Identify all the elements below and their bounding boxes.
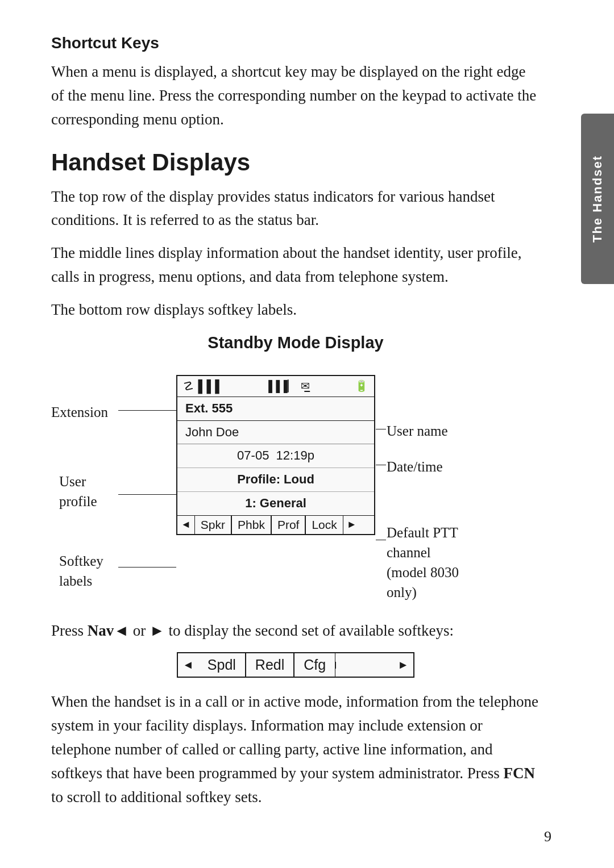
device-display-box: ☡▐▐▐ ▐▐▐▏ ✉̲ 🔋 Ext. 555 John Doe	[176, 375, 375, 535]
second-softkeys-container: ◄ Spdl Redl Cfg ►	[51, 652, 540, 678]
battery-icon: 🔋	[355, 379, 368, 393]
ann-extension: Extension	[51, 404, 108, 420]
softkey-phbk: Phbk	[231, 516, 271, 534]
ann-user-name-line	[376, 429, 386, 430]
channel-value: 1: General	[245, 496, 306, 510]
shortcut-keys-body: When a menu is displayed, a shortcut key…	[51, 60, 540, 132]
fcn-bold: FCN	[504, 765, 536, 782]
softkey-left-arrow: ◄	[177, 516, 194, 533]
nav-bold1: Nav◄	[88, 622, 129, 639]
profile-row: Profile: Loud	[177, 468, 374, 492]
shortcut-keys-heading: Shortcut Keys	[51, 34, 540, 52]
handset-displays-para2: The middle lines display information abo…	[51, 241, 540, 289]
sk2-empty	[335, 662, 393, 669]
sk2-spdl: Spdl	[198, 653, 246, 677]
datetime-display: 07-05 12:19p	[237, 448, 314, 462]
ann-default-ptt: Default PTTchannel(model 8030only)	[387, 523, 459, 602]
side-tab-label: The Handset	[590, 155, 605, 243]
ann-softkey-labels-line	[118, 567, 176, 568]
standby-display-section: Standby Mode Display ☡▐▐▐ ▐▐▐▏ ✉̲ 🔋 Ext.…	[51, 333, 540, 602]
standby-diagram: ☡▐▐▐ ▐▐▐▏ ✉̲ 🔋 Ext. 555 John Doe	[51, 364, 574, 602]
softkey-prof: Prof	[271, 516, 306, 534]
softkey-spkr: Spkr	[194, 516, 231, 534]
nav-description: Press Nav◄ or ► to display the second se…	[51, 619, 540, 642]
ann-user-profile-line	[118, 494, 176, 495]
username-row: John Doe	[177, 421, 374, 445]
ann-default-ptt-line	[376, 540, 386, 541]
ann-datetime-line	[376, 465, 386, 466]
channel-row: 1: General	[177, 492, 374, 515]
ann-user-name: User name	[387, 423, 448, 439]
standby-mode-title: Standby Mode Display	[51, 333, 540, 352]
ann-extension-line	[118, 410, 176, 411]
handset-displays-heading: Handset Displays	[51, 149, 540, 176]
handset-displays-para1: The top row of the display provides stat…	[51, 185, 540, 233]
ann-user-profile: Userprofile	[59, 471, 97, 511]
sk2-cfg: Cfg	[294, 653, 335, 677]
extension-value: Ext. 555	[185, 401, 233, 415]
username-display: John Doe	[185, 425, 239, 439]
softkey-lock: Lock	[305, 516, 343, 534]
datetime-row: 07-05 12:19p	[177, 444, 374, 468]
bottom-paragraph: When the handset is in a call or in acti…	[51, 690, 540, 809]
handset-displays-para3: The bottom row displays softkey labels.	[51, 298, 540, 322]
message-icon: ✉̲	[301, 379, 310, 393]
shortcut-keys-section: Shortcut Keys When a menu is displayed, …	[51, 34, 540, 132]
second-softkeys-display: ◄ Spdl Redl Cfg ►	[177, 652, 414, 678]
extension-row: Ext. 555	[177, 397, 374, 421]
sk2-right-arrow: ►	[393, 655, 413, 675]
status-icons: ▐▐▐▏ ✉̲	[264, 379, 309, 393]
ann-softkey-labels: Softkeylabels	[59, 551, 103, 591]
softkeys-row: ◄ Spkr Phbk Prof Lock ►	[177, 515, 374, 534]
side-tab: The Handset	[581, 114, 614, 284]
signal-bars-icon: ▐▐▐▏	[264, 379, 296, 393]
profile-value: Profile: Loud	[237, 472, 314, 486]
signal-icon: ☡▐▐▐	[183, 379, 219, 393]
ann-datetime: Date/time	[387, 459, 443, 475]
sk2-left-arrow: ◄	[178, 655, 198, 675]
sk2-redl: Redl	[246, 653, 294, 677]
display-status-bar: ☡▐▐▐ ▐▐▐▏ ✉̲ 🔋	[177, 376, 374, 397]
softkey-right-arrow: ►	[343, 516, 360, 533]
